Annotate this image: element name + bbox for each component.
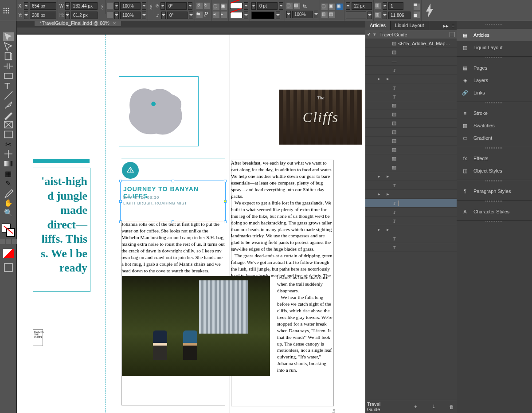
constrain-scale[interactable] xyxy=(148,0,154,14)
add-article-button[interactable]: ＋ xyxy=(412,403,419,410)
article-item[interactable]: T xyxy=(365,234,457,243)
x-stepper[interactable] xyxy=(24,2,28,10)
body-col-2[interactable]: After breakfast, we each lay out what we… xyxy=(231,160,333,286)
article-check-icon[interactable]: ✔ xyxy=(367,31,373,37)
wrap-none-icon[interactable]: ▢ xyxy=(321,4,328,10)
wrap-offset-field[interactable]: 12 px xyxy=(352,2,372,10)
default-fill-stroke[interactable] xyxy=(3,249,14,258)
hiking-photo-frame[interactable] xyxy=(122,276,270,376)
rotate-field[interactable]: 0° xyxy=(166,2,187,10)
direct-selection-tool[interactable] xyxy=(3,42,14,51)
h-stepper[interactable] xyxy=(65,12,70,19)
pull-quote[interactable]: 'aist-high d jungle made direct— liffs. … xyxy=(33,168,90,292)
free-transform-tool[interactable] xyxy=(3,149,14,158)
view-mode-button[interactable] xyxy=(3,263,14,272)
article-item[interactable]: ▧ xyxy=(365,163,457,172)
article-item[interactable]: ▧ xyxy=(365,137,457,146)
articles-list[interactable]: ✔ ▾ Travel Guide ▧<615_Adobe_AI_Map…▧—T▸… xyxy=(365,30,457,400)
scale-x-stepper[interactable] xyxy=(114,2,119,10)
flip-h-icon[interactable]: ⇋ xyxy=(196,12,203,18)
fill-stroke-proxy[interactable] xyxy=(2,224,15,237)
expand-icon[interactable]: ▸ xyxy=(378,191,384,197)
balance-columns-icon[interactable]: ▄ xyxy=(414,12,420,18)
y-stepper[interactable] xyxy=(24,12,28,19)
chapter-medallion[interactable] xyxy=(122,162,139,179)
rotate-ccw-icon[interactable]: ↺ xyxy=(196,3,203,9)
panel-button-character-styles[interactable]: ACharacter Styles xyxy=(457,205,532,218)
article-item[interactable]: ▧ xyxy=(365,146,457,154)
expand-icon[interactable]: ▸ xyxy=(378,76,384,82)
opacity-arrow[interactable] xyxy=(314,11,318,18)
article-item[interactable]: ▧ xyxy=(365,154,457,163)
rotate-cw-icon[interactable]: ↻ xyxy=(204,3,210,9)
panel-button-layers[interactable]: ◈Layers xyxy=(457,74,532,87)
zoom-tool[interactable]: 🔍 xyxy=(3,208,14,217)
article-item[interactable]: ▧ xyxy=(365,101,457,110)
item-target-icon[interactable] xyxy=(398,201,399,206)
rectangle-tool[interactable] xyxy=(3,130,14,139)
panel-tab-liquid[interactable]: Liquid Layout xyxy=(391,21,429,30)
shear-stepper[interactable] xyxy=(161,12,166,19)
h-field[interactable]: 61.2 px xyxy=(71,12,98,19)
panel-button-pages[interactable]: ▦Pages xyxy=(457,62,532,74)
article-item[interactable]: T xyxy=(365,243,457,252)
strip-handle[interactable] xyxy=(457,221,532,223)
panel-menu-icon[interactable]: ≡ xyxy=(450,21,457,30)
close-tab-icon[interactable]: × xyxy=(113,21,116,26)
mini-frame[interactable]: SCALING THE CLIFFS xyxy=(33,329,43,346)
gradient-swatch-tool[interactable] xyxy=(3,159,14,168)
page-tool[interactable] xyxy=(3,52,14,61)
handle-tl[interactable] xyxy=(119,180,122,182)
document-tab[interactable]: *TravelGuide_Final.indd @ 60%× xyxy=(35,21,121,26)
article-item[interactable]: T xyxy=(365,181,457,190)
select-prev-icon[interactable]: ◂ xyxy=(213,12,219,18)
note-tool[interactable]: ✎ xyxy=(3,179,14,188)
expand-icon[interactable]: ▸ xyxy=(378,227,384,232)
page-spread[interactable]: TheCliffs 'aist-high d jungle made direc… xyxy=(17,35,365,413)
handle-ml[interactable] xyxy=(119,200,122,203)
selection-tool[interactable] xyxy=(3,32,14,41)
body-col-3[interactable]: rescues us more than once when the trail… xyxy=(277,274,333,374)
panel-button-effects[interactable]: fxEffects xyxy=(457,152,532,165)
y-field[interactable]: 288 px xyxy=(30,12,56,19)
wrap-shape-icon[interactable]: ▣ xyxy=(336,4,343,10)
scale-y-stepper[interactable] xyxy=(114,12,119,19)
document-view[interactable]: *TravelGuide_Final.indd @ 60%× TheCliffs… xyxy=(17,21,365,413)
hand-tool[interactable]: ✋ xyxy=(3,198,14,207)
article-row-header[interactable]: ✔ ▾ Travel Guide xyxy=(365,30,457,39)
constrain-wh[interactable] xyxy=(99,0,106,14)
reference-point[interactable] xyxy=(2,0,17,21)
wrap-extra-field[interactable] xyxy=(346,12,366,19)
rotate-drop[interactable] xyxy=(188,2,192,10)
eyedropper-tool[interactable] xyxy=(3,189,14,197)
stroke-weight-stepper[interactable] xyxy=(251,2,256,10)
panel-tab-articles[interactable]: Articles xyxy=(365,21,391,30)
stroke-weight-field[interactable]: 0 pt xyxy=(257,2,278,10)
article-item[interactable]: ▸▸ xyxy=(365,75,457,83)
handle-mr[interactable] xyxy=(224,200,227,203)
add-to-article-button[interactable]: ⤓ xyxy=(430,404,437,409)
article-item[interactable]: ▸▸ xyxy=(365,225,457,234)
panel-button-paragraph-styles[interactable]: ¶Paragraph Styles xyxy=(457,185,532,197)
article-item[interactable]: — xyxy=(365,57,457,66)
stroke-style-field[interactable] xyxy=(251,12,274,19)
opacity-field[interactable]: 100% xyxy=(292,11,313,18)
panel-button-articles[interactable]: ▤Articles xyxy=(457,29,532,41)
article-item[interactable]: T xyxy=(365,83,457,92)
article-item[interactable]: ▧ xyxy=(365,119,457,128)
panel-button-gradient[interactable]: ▭Gradient xyxy=(457,132,532,144)
columns-field[interactable]: 1 xyxy=(388,2,403,10)
panel-button-object-styles[interactable]: ◫Object Styles xyxy=(457,165,532,177)
article-item[interactable]: T xyxy=(365,199,457,208)
panel-collapse-icon[interactable]: ▸▸ xyxy=(442,21,450,30)
gpu-bolt-icon[interactable] xyxy=(425,4,434,18)
valign-top-icon[interactable]: ▀ xyxy=(414,4,420,10)
scale-x-drop[interactable] xyxy=(142,2,146,10)
stroke-drop[interactable] xyxy=(244,12,248,19)
gap-tool[interactable] xyxy=(3,62,14,71)
drop-shadow-icon[interactable]: ▨ xyxy=(294,3,300,9)
article-item[interactable]: ▸▸ xyxy=(365,190,457,199)
expand-icon[interactable]: ▸ xyxy=(378,173,384,179)
w-stepper[interactable] xyxy=(65,2,70,10)
rotate-stepper[interactable] xyxy=(160,2,165,10)
